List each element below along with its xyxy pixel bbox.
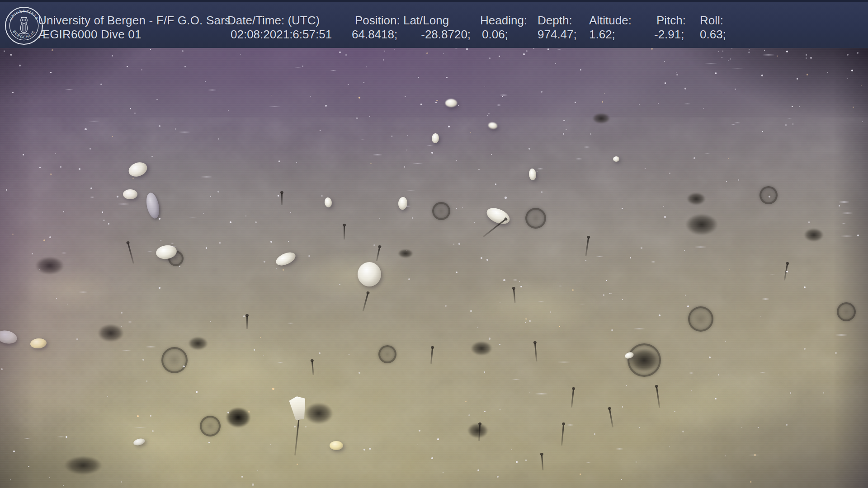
dark-sponge: [628, 348, 660, 372]
stalked-organism: [784, 264, 788, 281]
dark-sponge: [35, 257, 64, 275]
telemetry-position: Position: Lat/Long64.8418;-28.8720;: [352, 14, 471, 42]
sediment-light-patch: [294, 251, 411, 300]
white-organism: [123, 189, 137, 199]
telemetry-datetime-label: Date/Time: (UTC): [227, 14, 332, 28]
telemetry-heading-value: 0.06;: [482, 28, 508, 41]
white-ball-sponge: [358, 262, 381, 286]
stalked-organism: [609, 409, 613, 427]
dark-sponge: [687, 192, 706, 205]
telemetry-roll: Roll:0.63;: [700, 14, 726, 42]
telemetry-datetime: Date/Time: (UTC)02:08:2021:6:57:51: [227, 14, 332, 42]
white-organism: [0, 329, 18, 346]
dark-sponge: [685, 214, 718, 235]
white-organism: [274, 250, 297, 268]
dark-sponge: [188, 337, 208, 350]
dark-sponge: [592, 113, 610, 124]
seafloor-crater-ring: [688, 306, 713, 332]
telemetry-altitude-label: Altitude:: [589, 14, 632, 28]
telemetry-altitude: Altitude:1.62;: [589, 14, 632, 42]
seafloor-crater-ring: [200, 416, 221, 436]
white-organism: [613, 156, 619, 162]
seafloor-scene: [0, 0, 868, 488]
telemetry-depth-label: Depth:: [538, 14, 577, 28]
dark-sponge: [98, 324, 124, 342]
stalked-organism: [246, 316, 248, 329]
seafloor-crater-ring: [378, 345, 396, 363]
telemetry-depth-value: 974.47;: [538, 28, 577, 41]
white-organism: [445, 99, 457, 107]
seafloor-crater-ring: [760, 186, 778, 204]
dark-sponge: [226, 407, 251, 428]
stalked-organism: [127, 244, 134, 264]
white-organism: [330, 441, 343, 450]
seafloor-crater-ring: [525, 208, 546, 229]
telemetry-heading-label: Heading:: [480, 14, 527, 28]
telemetry-pitch: Pitch:-2.91;: [654, 14, 686, 42]
telemetry-heading: Heading:0.06;: [480, 14, 527, 42]
telemetry-roll-label: Roll:: [700, 14, 726, 28]
stalked-organism: [430, 348, 433, 364]
telemetry-bar: UNIVERSITAS BERGENSIS University of Berg…: [0, 0, 868, 48]
rov-video-frame: UNIVERSITAS BERGENSIS University of Berg…: [0, 0, 868, 488]
seafloor-crater-ring: [837, 302, 856, 321]
telemetry-position-label: Position: Lat/Long: [355, 14, 471, 28]
stalked-organism: [281, 193, 283, 205]
dive-title: ÆGIR6000 Dive 01: [38, 28, 231, 42]
white-organism: [144, 192, 161, 220]
stalked-organism: [571, 389, 574, 408]
stalked-organism: [585, 238, 589, 256]
dark-sponge: [64, 456, 102, 475]
title-block: University of Bergen - F/F G.O. Sars ÆGI…: [38, 14, 231, 42]
dark-sponge: [398, 249, 413, 258]
sediment-light-patch: [466, 278, 601, 337]
cone-sponge-stalk: [294, 417, 300, 455]
stalked-organism: [344, 226, 345, 239]
stalked-organism: [561, 425, 564, 446]
telemetry-altitude-value: 1.62;: [589, 28, 615, 41]
white-organism: [488, 122, 498, 129]
white-organism: [528, 168, 537, 180]
vessel-title: University of Bergen - F/F G.O. Sars: [38, 14, 231, 28]
telemetry-roll-value: 0.63;: [700, 28, 726, 41]
stalked-organism: [541, 455, 543, 470]
telemetry-position-value: 64.8418;: [352, 28, 397, 41]
white-organism: [127, 160, 149, 179]
telemetry-position-value2: -28.8720;: [421, 28, 471, 41]
dark-sponge: [471, 341, 492, 356]
sediment-light-patch: [642, 373, 805, 441]
telemetry-pitch-value: -2.91;: [654, 28, 684, 41]
seafloor-features: [0, 0, 868, 488]
dark-sponge: [804, 228, 824, 242]
stalked-organism: [534, 343, 537, 361]
white-organism: [431, 133, 439, 144]
telemetry-depth: Depth:974.47;: [538, 14, 577, 42]
owl-icon: [19, 17, 28, 34]
seafloor-crater-ring: [161, 347, 188, 373]
white-organism: [398, 197, 408, 210]
dark-sponge: [304, 403, 333, 424]
dark-sponge: [467, 423, 488, 438]
white-organism: [324, 197, 332, 208]
sediment-light-patch: [18, 264, 118, 314]
white-organism: [30, 338, 47, 349]
seafloor-crater-ring: [432, 202, 450, 220]
telemetry-datetime-value: 02:08:2021:6:57:51: [231, 28, 332, 41]
telemetry-pitch-label: Pitch:: [656, 14, 686, 28]
